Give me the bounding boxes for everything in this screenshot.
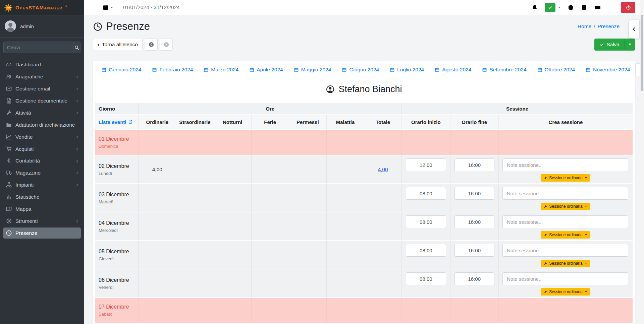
- tab-agosto-2024[interactable]: Agosto 2024: [429, 63, 477, 76]
- crea-sessione-cell: Sessione ordinaria: [499, 269, 633, 298]
- orario-inizio-cell: [402, 130, 450, 155]
- lista-eventi-link[interactable]: Lista eventi: [99, 119, 133, 125]
- tab-novembre-2024[interactable]: Novembre 2024: [580, 63, 635, 76]
- save-dropdown-toggle[interactable]: [625, 39, 635, 51]
- orario-inizio-input[interactable]: [406, 158, 446, 171]
- scrollbar-track[interactable]: [640, 0, 644, 324]
- search-button[interactable]: [73, 42, 80, 53]
- tasks-check-dropdown[interactable]: [545, 3, 561, 12]
- notturni-cell: [214, 212, 252, 241]
- wrench-icon: [544, 290, 547, 294]
- breadcrumb-presenze-link[interactable]: Presenze: [598, 23, 620, 29]
- sidebar-item-dashboard[interactable]: Dashboard: [3, 59, 81, 70]
- breadcrumb-home-link[interactable]: Home: [578, 23, 591, 29]
- orario-inizio-input[interactable]: [406, 215, 446, 228]
- orario-fine-input[interactable]: [454, 272, 494, 285]
- orario-fine-input[interactable]: [454, 244, 494, 257]
- calendar-icon: [152, 67, 157, 72]
- back-to-list-button[interactable]: ‹ Torna all'elenco: [93, 39, 143, 50]
- manual-book-icon[interactable]: [581, 4, 588, 11]
- orario-inizio-input[interactable]: [406, 272, 446, 285]
- ordinarie-cell: [139, 212, 176, 241]
- ordinarie-cell: [139, 298, 176, 323]
- save-button[interactable]: Salva: [594, 39, 625, 51]
- note-sessione-input[interactable]: [502, 215, 628, 228]
- orario-fine-input[interactable]: [454, 215, 494, 228]
- sidebar-item-anagrafiche[interactable]: Anagrafiche ‹: [3, 71, 81, 82]
- search-input[interactable]: [3, 42, 73, 53]
- sidebar-item-impianti[interactable]: Impianti ‹: [3, 179, 81, 190]
- orario-fine-input[interactable]: [454, 187, 494, 200]
- brand[interactable]: OSM OpenSTAManager®: [0, 0, 84, 15]
- orario-inizio-input[interactable]: [406, 244, 446, 257]
- next-record-button[interactable]: [160, 38, 173, 51]
- totale-cell: [364, 269, 402, 298]
- permessi-cell: [289, 212, 327, 241]
- logout-power-button[interactable]: [621, 2, 635, 13]
- crea-sessione-button[interactable]: Sessione ordinaria: [541, 174, 590, 182]
- orario-inizio-input[interactable]: [406, 187, 446, 200]
- keyboard-shortcuts-icon[interactable]: [594, 4, 601, 11]
- collapse-panel-button[interactable]: [629, 20, 639, 39]
- users-icon: [6, 73, 12, 80]
- sidebar-item-vendite[interactable]: Vendite ‹: [3, 131, 81, 142]
- table-row: 04 Dicembre Mercoledì Sessione ordinaria: [95, 212, 633, 241]
- crea-sessione-button[interactable]: Sessione ordinaria: [541, 203, 590, 210]
- previous-record-button[interactable]: [145, 38, 158, 51]
- permessi-cell: [289, 155, 327, 184]
- sidebar-item-strumenti[interactable]: Strumenti ‹: [3, 215, 81, 226]
- tab-marzo-2024[interactable]: Marzo 2024: [198, 63, 244, 76]
- note-sessione-input[interactable]: [502, 244, 628, 257]
- sidebar-item-gestione-email[interactable]: Gestione email ‹: [3, 83, 81, 94]
- tab-febbraio-2024[interactable]: Febbraio 2024: [147, 63, 198, 76]
- sidebar-item-gestione-documentale[interactable]: Gestione documentale ‹: [3, 95, 81, 106]
- day-label: 03 Dicembre: [99, 192, 135, 198]
- giorno-group-header: Giorno: [95, 103, 139, 115]
- bell-icon[interactable]: [531, 4, 538, 11]
- sidebar-item-mappa[interactable]: Mappa: [3, 203, 81, 214]
- tab-aprile-2024[interactable]: Aprile 2024: [244, 63, 288, 76]
- caret-down-icon: [585, 291, 587, 293]
- calendar-dropdown[interactable]: [102, 4, 113, 11]
- printer-icon[interactable]: [568, 4, 574, 11]
- ferie-header: Ferie: [252, 115, 289, 130]
- crea-sessione-button[interactable]: Sessione ordinaria: [541, 260, 590, 267]
- tasks-check-button[interactable]: [545, 3, 555, 12]
- chevron-left-icon: ‹: [98, 42, 100, 47]
- note-sessione-input[interactable]: [502, 158, 628, 171]
- permessi-cell: [289, 130, 327, 155]
- note-sessione-input[interactable]: [502, 187, 628, 200]
- ordinarie-cell: [139, 130, 176, 155]
- totale-link[interactable]: 4,00: [378, 167, 388, 172]
- crea-sessione-button[interactable]: Sessione ordinaria: [541, 231, 590, 239]
- sidebar-item-attivita[interactable]: Attività ‹: [3, 107, 81, 118]
- orario-fine-input[interactable]: [454, 158, 494, 171]
- sidebar-item-statistiche[interactable]: Statistiche: [3, 191, 81, 202]
- sidebar-item-acquisti[interactable]: Acquisti ‹: [3, 143, 81, 154]
- sidebar-item-contabilita[interactable]: € Contabilità ‹: [3, 155, 81, 166]
- tab-gennaio-2024[interactable]: Gennaio 2024: [96, 63, 147, 76]
- save-button-group: Salva: [594, 39, 635, 51]
- brand-name: OpenSTAManager: [15, 5, 62, 10]
- scrollbar-thumb[interactable]: [641, 15, 643, 91]
- tab-luglio-2024[interactable]: Luglio 2024: [384, 63, 429, 76]
- hamburger-menu-icon[interactable]: [90, 4, 96, 11]
- sidebar-item-magazzino[interactable]: Magazzino ‹: [3, 167, 81, 178]
- totale-header: Totale: [364, 115, 402, 130]
- day-label: 05 Dicembre: [99, 249, 135, 255]
- tab-giugno-2024[interactable]: Giugno 2024: [336, 63, 384, 76]
- date-range[interactable]: 01/01/2024 - 31/12/2024: [123, 4, 180, 10]
- orario-fine-cell: [450, 298, 499, 323]
- tab-ottobre-2024[interactable]: Ottobre 2024: [532, 63, 580, 76]
- sidebar-item-adattatori-di-archiviazione[interactable]: Adattatori di archiviazione: [3, 119, 81, 130]
- tab-maggio-2024[interactable]: Maggio 2024: [288, 63, 337, 76]
- tab-settembre-2024[interactable]: Settembre 2024: [477, 63, 532, 76]
- info-icon[interactable]: [608, 4, 614, 11]
- sidebar-search: [3, 42, 80, 53]
- sidebar-item-presenze[interactable]: Presenze: [3, 228, 81, 239]
- crea-sessione-button[interactable]: Sessione ordinaria: [541, 288, 590, 296]
- straordinarie-header: Straordinarie: [176, 115, 214, 130]
- chart-bar-icon: [6, 194, 12, 200]
- note-sessione-input[interactable]: [502, 272, 628, 285]
- power-icon: [626, 5, 631, 10]
